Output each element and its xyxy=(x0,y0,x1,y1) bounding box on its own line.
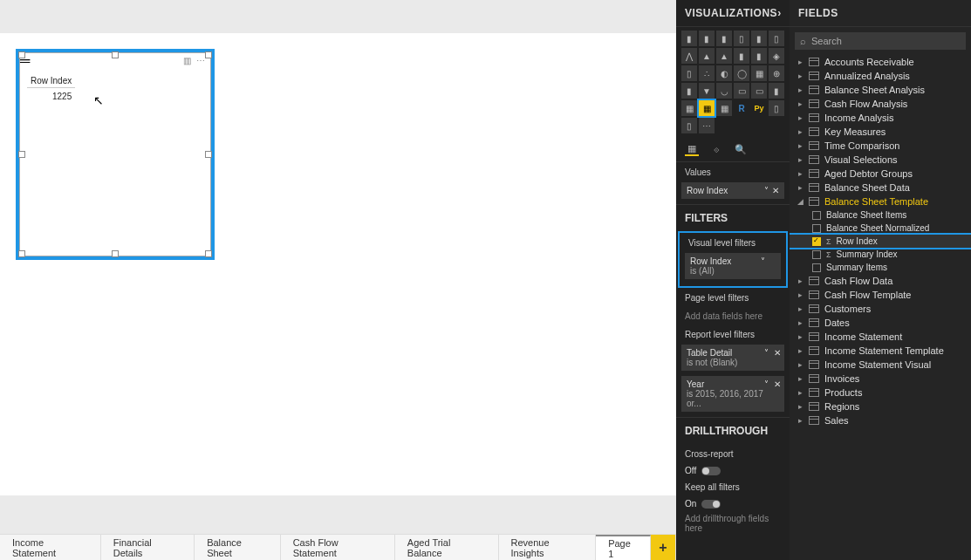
table-row[interactable]: ▸Regions xyxy=(790,400,971,413)
values-well[interactable]: Row Index ˅✕ xyxy=(681,182,784,199)
table-row[interactable]: ▸Cash Flow Analysis xyxy=(790,97,971,111)
viz-r-icon[interactable]: R xyxy=(734,100,749,116)
tab-aged-trial[interactable]: Aged Trial Balance xyxy=(395,535,499,560)
checkbox[interactable] xyxy=(812,211,821,220)
tab-income-statement[interactable]: Income Statement xyxy=(0,535,101,560)
viz-kpi-icon[interactable]: ▮ xyxy=(769,83,784,99)
checkbox[interactable] xyxy=(812,237,821,246)
checkbox[interactable] xyxy=(812,250,821,259)
more-icon[interactable]: ⋯ xyxy=(196,56,205,65)
remove-icon[interactable]: ✕ xyxy=(772,186,779,195)
viz-treemap-icon[interactable]: ▦ xyxy=(751,65,767,81)
table-row[interactable]: ▸Income Statement xyxy=(790,330,971,344)
viz-table-icon[interactable]: ▦ xyxy=(699,100,715,116)
add-page-button[interactable]: + xyxy=(651,535,676,560)
report-filter-1[interactable]: Table Detail is not (Blank) ˅ ✕ xyxy=(681,345,784,371)
viz-filled-map-icon[interactable]: ▮ xyxy=(681,83,697,99)
tab-cash-flow[interactable]: Cash Flow Statement xyxy=(281,535,395,560)
resize-handle[interactable] xyxy=(18,250,25,257)
tab-page1[interactable]: Page 1 xyxy=(596,535,651,560)
field-item[interactable]: ΣSummary Index xyxy=(790,248,971,261)
table-row[interactable]: ▸Balance Sheet Data xyxy=(790,181,971,195)
field-item[interactable]: Balance Sheet Normalized xyxy=(790,222,971,235)
table-row[interactable]: ▸Income Statement Visual xyxy=(790,358,971,372)
viz-stacked-area-icon[interactable]: ▲ xyxy=(716,48,732,64)
field-item[interactable]: ΣRow Index xyxy=(790,235,971,248)
viz-combo-icon[interactable]: ▮ xyxy=(734,48,749,64)
fields-tab-icon[interactable]: ▦ xyxy=(685,142,699,156)
table-row[interactable]: ▸Cash Flow Template xyxy=(790,288,971,302)
viz-area-icon[interactable]: ▲ xyxy=(699,48,715,64)
filter-icon[interactable]: ▥ xyxy=(183,56,191,65)
search-input[interactable]: ⌕ Search xyxy=(795,32,966,50)
viz-slicer-icon[interactable]: ▦ xyxy=(681,100,697,116)
viz-ribbon-icon[interactable]: ◈ xyxy=(769,48,784,64)
viz-pie-icon[interactable]: ◐ xyxy=(716,65,732,81)
checkbox[interactable] xyxy=(812,263,821,272)
table-row[interactable]: ▸Time Comparison xyxy=(790,139,971,153)
viz-100-bar-icon[interactable]: ▮ xyxy=(751,31,767,46)
viz-key-influencers-icon[interactable]: ▯ xyxy=(769,100,784,116)
table-row[interactable]: ▸Sales xyxy=(790,413,971,427)
viz-decomp-icon[interactable]: ▯ xyxy=(681,118,697,133)
keep-filters-toggle[interactable]: On xyxy=(676,497,790,510)
resize-handle[interactable] xyxy=(112,51,119,58)
table-visual[interactable]: ═ ▥ ⋯ Row Index 1225 xyxy=(16,49,215,260)
viz-gauge-icon[interactable]: ◡ xyxy=(716,83,732,99)
report-canvas[interactable]: ═ ▥ ⋯ Row Index 1225 ↖ xyxy=(0,0,676,534)
table-row[interactable]: ▸Income Analysis xyxy=(790,111,971,125)
visual-filter-item[interactable]: Row Index is (All) ˅ xyxy=(685,253,781,279)
table-row[interactable]: ▸Products xyxy=(790,386,971,400)
viz-100-column-icon[interactable]: ▯ xyxy=(769,31,784,46)
chevron-down-icon[interactable]: ˅ xyxy=(764,379,769,389)
viz-waterfall-icon[interactable]: ▯ xyxy=(681,65,697,81)
viz-combo2-icon[interactable]: ▮ xyxy=(751,48,767,64)
format-tab-icon[interactable]: ⟐ xyxy=(709,142,723,156)
viz-line-icon[interactable]: ⋀ xyxy=(681,48,697,64)
viz-card-icon[interactable]: ▭ xyxy=(734,83,749,99)
page-filters-placeholder[interactable]: Add data fields here xyxy=(676,308,790,324)
table-row[interactable]: ▸Balance Sheet Analysis xyxy=(790,83,971,97)
viz-funnel-icon[interactable]: ▼ xyxy=(699,83,715,99)
chevron-down-icon[interactable]: ˅ xyxy=(761,256,765,266)
viz-map-icon[interactable]: ⊕ xyxy=(769,65,784,81)
table-row[interactable]: ▸Accounts Receivable xyxy=(790,55,971,69)
tab-balance-sheet[interactable]: Balance Sheet xyxy=(195,535,281,560)
field-item[interactable]: Summary Items xyxy=(790,261,971,274)
viz-stacked-bar-icon[interactable]: ▮ xyxy=(681,31,697,46)
table-row[interactable]: ▸Cash Flow Data xyxy=(790,274,971,288)
viz-python-icon[interactable]: Py xyxy=(751,100,767,116)
chevron-down-icon[interactable]: ˅ xyxy=(764,186,769,195)
table-row[interactable]: ▸Income Statement Template xyxy=(790,344,971,358)
drill-placeholder[interactable]: Add drillthrough fields here xyxy=(676,510,790,536)
viz-matrix-icon[interactable]: ▦ xyxy=(716,100,732,116)
viz-custom-icon[interactable]: ⋯ xyxy=(699,118,715,133)
resize-handle[interactable] xyxy=(205,51,212,58)
resize-handle[interactable] xyxy=(205,151,212,158)
table-row[interactable]: ▸Invoices xyxy=(790,372,971,386)
report-filter-2[interactable]: Year is 2015, 2016, 2017 or... ˅ ✕ xyxy=(681,376,784,412)
table-row[interactable]: ▸Annualized Analysis xyxy=(790,69,971,83)
field-item[interactable]: Balance Sheet Items xyxy=(790,208,971,222)
analytics-tab-icon[interactable]: 🔍 xyxy=(734,142,748,156)
resize-handle[interactable] xyxy=(18,151,25,158)
remove-icon[interactable]: ✕ xyxy=(774,379,781,389)
resize-handle[interactable] xyxy=(18,51,25,58)
viz-scatter-icon[interactable]: ∴ xyxy=(699,65,715,81)
table-balance-sheet-template[interactable]: ◢ Balance Sheet Template xyxy=(790,195,971,208)
remove-icon[interactable]: ✕ xyxy=(774,348,781,358)
chevron-right-icon[interactable]: › xyxy=(777,7,782,19)
resize-handle[interactable] xyxy=(205,250,212,257)
table-row[interactable]: ▸Dates xyxy=(790,316,971,330)
table-row[interactable]: ▸Visual Selections xyxy=(790,153,971,167)
table-row[interactable]: ▸Aged Debtor Groups xyxy=(790,167,971,181)
tab-financial-details[interactable]: Financial Details xyxy=(101,535,195,560)
resize-handle[interactable] xyxy=(112,250,119,257)
viz-clustered-bar-icon[interactable]: ▮ xyxy=(716,31,732,46)
viz-stacked-column-icon[interactable]: ▮ xyxy=(699,31,715,46)
viz-donut-icon[interactable]: ◯ xyxy=(734,65,749,81)
cross-report-toggle[interactable]: Off xyxy=(676,464,790,477)
viz-multi-card-icon[interactable]: ▭ xyxy=(751,83,767,99)
table-row[interactable]: ▸Key Measures xyxy=(790,125,971,139)
table-row[interactable]: ▸Customers xyxy=(790,302,971,316)
